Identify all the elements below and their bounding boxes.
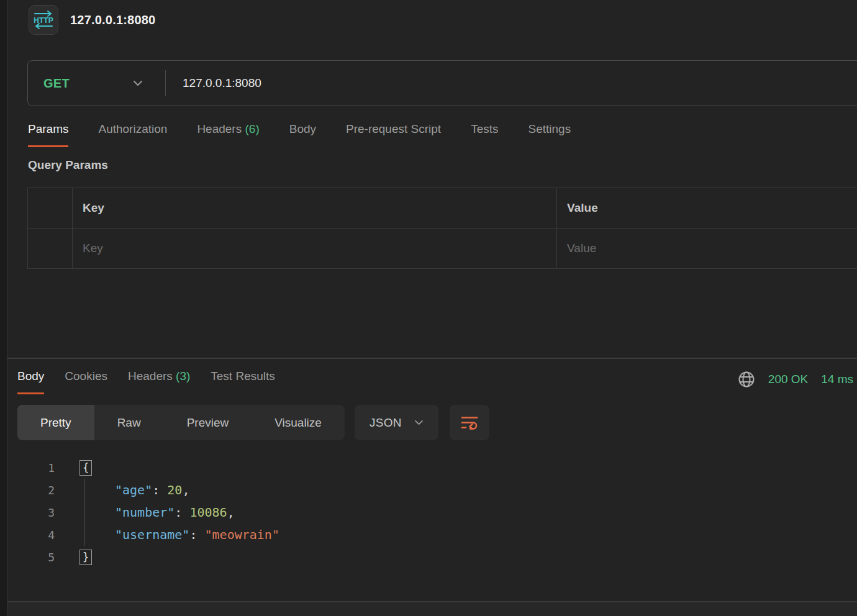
token-punct: , xyxy=(227,505,235,520)
response-tab-body[interactable]: Body xyxy=(17,369,44,394)
query-params-title: Query Params xyxy=(28,158,857,172)
tab-body[interactable]: Body xyxy=(289,122,316,147)
globe-icon[interactable] xyxy=(738,371,755,388)
tab-label: Headers xyxy=(197,122,242,135)
token-number: 10086 xyxy=(189,505,227,520)
token-key: "number" xyxy=(115,505,175,520)
chevron-down-icon xyxy=(414,420,424,425)
title-row: HTTP 127.0.0.1:8080 xyxy=(29,5,857,35)
chevron-down-icon xyxy=(133,80,143,86)
tab-authorization[interactable]: Authorization xyxy=(98,122,167,147)
token-string: "meowrain" xyxy=(205,527,279,542)
query-params-table: Key Value KeyValue xyxy=(27,188,857,269)
line-number: 1 xyxy=(7,461,55,474)
svg-text:HTTP: HTTP xyxy=(34,16,53,25)
page-title: 127.0.0.1:8080 xyxy=(70,13,155,27)
method-selector[interactable]: GET xyxy=(28,76,165,91)
checkbox-column-header xyxy=(28,188,73,229)
tab-label: Settings xyxy=(528,122,571,135)
tab-count-badge: (3) xyxy=(173,369,191,383)
line-number: 3 xyxy=(7,506,55,519)
tab-label: Pre-request Script xyxy=(346,122,441,135)
line-number: 4 xyxy=(7,528,55,541)
tab-label: Authorization xyxy=(98,122,167,135)
indent-guide xyxy=(84,479,84,501)
view-pill-pretty[interactable]: Pretty xyxy=(17,405,94,440)
token-number: 20 xyxy=(167,482,182,497)
line-content: "age": 20, xyxy=(79,479,189,501)
code-line: 2"age": 20, xyxy=(7,479,857,501)
line-content: "number": 10086, xyxy=(79,501,235,523)
table-header-row: Key Value xyxy=(28,188,857,229)
wrap-text-icon xyxy=(460,415,479,431)
status-badge: 200 OK xyxy=(768,373,808,386)
table-row: KeyValue xyxy=(28,229,857,269)
method-label: GET xyxy=(43,76,70,91)
tab-label: Body xyxy=(289,122,316,135)
format-dropdown[interactable]: JSON xyxy=(355,405,438,440)
value-column-header: Value xyxy=(557,188,857,229)
line-content: { xyxy=(79,456,92,479)
view-pill-visualize[interactable]: Visualize xyxy=(252,405,345,440)
value-input[interactable]: Value xyxy=(557,229,857,269)
code-line: 5} xyxy=(7,546,857,568)
request-url-bar: GET 127.0.0.1:8080 xyxy=(27,60,857,106)
token-brace[interactable]: } xyxy=(79,550,92,565)
tab-headers[interactable]: Headers (6) xyxy=(197,122,259,147)
tab-settings[interactable]: Settings xyxy=(528,122,571,147)
value-placeholder: Value xyxy=(567,242,596,255)
key-placeholder: Key xyxy=(83,242,103,255)
key-input[interactable]: Key xyxy=(73,229,557,269)
request-tabs: ParamsAuthorizationHeaders (6)BodyPre-re… xyxy=(28,122,857,147)
line-content: "username": "meowrain" xyxy=(79,523,279,546)
response-panel: BodyCookiesHeaders (3)Test Results 200 O… xyxy=(7,358,857,599)
view-mode-switch: PrettyRawPreviewVisualize xyxy=(17,405,345,440)
response-meta: 200 OK 14 ms xyxy=(738,369,853,388)
row-checkbox-cell[interactable] xyxy=(28,229,73,269)
tab-label: Params xyxy=(28,122,68,135)
request-window: HTTP 127.0.0.1:8080 GET 127.0.0.1:8080 P… xyxy=(7,0,857,616)
response-header: BodyCookiesHeaders (3)Test Results 200 O… xyxy=(7,359,857,394)
tab-label: Cookies xyxy=(65,369,107,383)
tab-label: Headers xyxy=(128,369,173,383)
key-column-header: Key xyxy=(73,188,557,229)
code-line: 1{ xyxy=(7,456,857,479)
token-punct: : xyxy=(189,527,204,542)
format-label: JSON xyxy=(370,416,402,430)
wrap-text-button[interactable] xyxy=(450,405,489,440)
response-tab-cookies[interactable]: Cookies xyxy=(65,369,107,394)
tab-label: Body xyxy=(17,369,44,383)
response-tabs: BodyCookiesHeaders (3)Test Results xyxy=(17,369,275,394)
tab-tests[interactable]: Tests xyxy=(471,122,498,147)
token-key: "age" xyxy=(115,482,152,497)
tab-params[interactable]: Params xyxy=(28,122,68,147)
indent-guide xyxy=(84,523,84,546)
tab-count-badge: (6) xyxy=(242,122,260,135)
token-punct: : xyxy=(152,482,167,497)
response-view-row: PrettyRawPreviewVisualize JSON xyxy=(17,405,857,440)
code-line: 4"username": "meowrain" xyxy=(7,523,857,546)
status-bar xyxy=(7,601,857,616)
code-line: 3"number": 10086, xyxy=(7,501,857,523)
url-input[interactable]: 127.0.0.1:8080 xyxy=(166,76,261,90)
tab-label: Tests xyxy=(471,122,498,135)
token-punct: : xyxy=(175,505,189,520)
token-punct: , xyxy=(182,482,189,497)
view-pill-preview[interactable]: Preview xyxy=(164,405,252,440)
line-number: 5 xyxy=(7,551,55,564)
line-content: } xyxy=(79,546,92,568)
response-tab-test-results[interactable]: Test Results xyxy=(211,369,274,394)
response-time: 14 ms xyxy=(821,373,853,386)
indent-guide xyxy=(84,501,84,523)
line-number: 2 xyxy=(7,484,55,497)
response-body-code[interactable]: 1{2"age": 20,3"number": 10086,4"username… xyxy=(7,456,857,568)
http-icon-glyph: HTTP xyxy=(32,8,55,32)
tab-label: Test Results xyxy=(211,369,274,383)
response-tab-headers[interactable]: Headers (3) xyxy=(128,369,190,394)
request-panel: HTTP 127.0.0.1:8080 GET 127.0.0.1:8080 P… xyxy=(7,0,857,358)
http-method-icon: HTTP xyxy=(29,5,58,35)
view-pill-raw[interactable]: Raw xyxy=(94,405,164,440)
tab-pre-request-script[interactable]: Pre-request Script xyxy=(346,122,441,147)
token-key: "username" xyxy=(115,527,189,542)
token-brace[interactable]: { xyxy=(79,460,92,476)
